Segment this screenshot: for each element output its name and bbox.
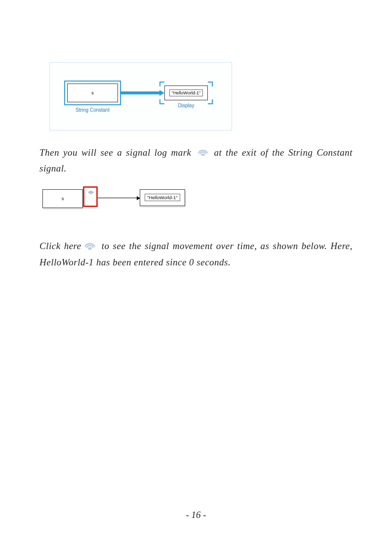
string-constant-label: String Constant	[64, 107, 121, 113]
paragraph-1: Then you will see a signal log mark at t…	[39, 145, 353, 176]
display-block: "HelloWorld-1"	[164, 85, 208, 100]
block-symbol: s	[67, 84, 118, 102]
simulink-diagram-1: s String Constant "HelloWorld-1" Display	[49, 62, 232, 130]
paragraph-2: Click here to see the signal movement ov…	[39, 239, 353, 270]
svg-point-0	[201, 153, 204, 156]
string-constant-block: s	[64, 81, 121, 105]
signal-log-mark-icon	[87, 188, 94, 197]
display-label: Display	[164, 103, 208, 108]
simulink-diagram-2: s "HelloWorld-1"	[42, 184, 191, 214]
signal-arrow	[121, 91, 160, 94]
page-number: - 16 -	[0, 510, 392, 520]
string-constant-block-2: s	[42, 189, 83, 208]
display-value: "HelloWorld-1"	[169, 89, 203, 96]
display-value-2: "HelloWorld-1"	[145, 194, 180, 201]
para2-text-before: Click here	[39, 241, 81, 251]
svg-point-2	[88, 247, 92, 250]
signal-line	[98, 198, 137, 199]
signal-log-icon-2	[82, 239, 97, 255]
svg-point-1	[90, 193, 92, 194]
para1-text-before: Then you will see a signal log mark	[39, 147, 196, 158]
signal-log-icon	[196, 146, 209, 161]
display-block-2: "HelloWorld-1"	[140, 189, 185, 206]
